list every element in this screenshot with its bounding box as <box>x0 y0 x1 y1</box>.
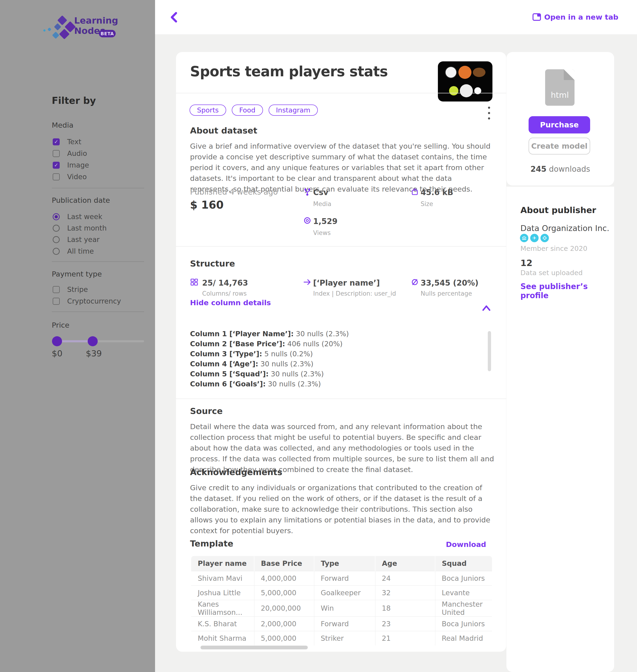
index-value: [‘Player name’] <box>313 278 380 287</box>
radio-last-year[interactable] <box>53 236 60 243</box>
checkbox-cryptocurrency[interactable]: ✓ <box>53 298 60 305</box>
bank-badge-icon <box>520 234 528 242</box>
template-table: Player name Base Price Type Age Squad Sh… <box>191 556 492 646</box>
media-option-audio[interactable]: ✓ Audio <box>53 149 87 158</box>
price-slider-active-range <box>57 340 93 342</box>
purchase-button[interactable]: Purchase <box>529 116 590 134</box>
views-eye-icon <box>303 216 311 225</box>
new-tab-icon <box>532 13 541 21</box>
checkbox-audio[interactable]: ✓ <box>53 150 60 157</box>
col-header-player-name: Player name <box>191 556 254 571</box>
source-heading: Source <box>190 406 223 416</box>
tag-instagram[interactable]: Instagram <box>269 105 318 116</box>
checkbox-video[interactable]: ✓ <box>53 173 60 180</box>
col-header-squad: Squad <box>435 556 492 571</box>
column-details-scrollbar[interactable] <box>488 331 491 371</box>
column-details-list: Column 1 [‘Player Name’]: 30 nulls (2.3%… <box>190 329 349 389</box>
publication-option-last-month[interactable]: Last month <box>53 224 107 232</box>
about-dataset-heading: About dataset <box>190 126 257 135</box>
index-arrow-icon <box>303 278 311 286</box>
download-link[interactable]: Download <box>446 540 486 549</box>
back-button[interactable] <box>169 12 180 23</box>
price-slider-handle-min[interactable] <box>52 336 62 346</box>
source-text: Detail where the data was sourced from, … <box>190 421 494 475</box>
publication-option-all-time[interactable]: All time <box>53 247 94 255</box>
column-detail-row: Column 2 [‘Base Price’]: 406 nulls (20%) <box>190 339 349 349</box>
table-row: Shivam Mavi4,000,000Forward24Boca Junior… <box>191 571 492 585</box>
publisher-name: Data Organization Inc. <box>521 224 609 233</box>
price-max-value: $39 <box>86 349 102 358</box>
column-detail-row: Column 1 [‘Player Name’]: 30 nulls (2.3%… <box>190 329 349 339</box>
media-option-text[interactable]: ✓ Text <box>53 138 81 146</box>
plane-badge-icon: ✈ <box>530 234 539 242</box>
file-type-label: html <box>545 90 575 100</box>
media-type-value: Csv <box>313 188 328 197</box>
file-type-icon: html <box>545 69 575 106</box>
publisher-panel: About publisher Data Organization Inc. ✈… <box>506 187 614 672</box>
nulls-value: 33,545 (20%) <box>421 278 478 287</box>
media-group-label: Media <box>52 121 73 129</box>
table-row: Kanes Williamson...20,000,000Win18Manche… <box>191 600 492 617</box>
dataset-title: Sports team players stats <box>190 63 388 79</box>
top-bar: Open in a new tab <box>155 0 637 34</box>
column-detail-row: Column 6 [‘Goals’]: 30 nulls (2.3%) <box>190 379 349 389</box>
acknowledgements-heading: Acknowledgements <box>190 467 283 477</box>
create-model-button[interactable]: Create model <box>529 138 590 155</box>
dataset-detail-card: Sports team players stats Sports Food In… <box>176 52 506 652</box>
publisher-badges: ✈ <box>520 234 549 242</box>
media-type-label: Media <box>313 200 331 208</box>
radio-all-time[interactable] <box>53 248 60 255</box>
section-divider <box>176 246 506 247</box>
payment-option-stripe[interactable]: ✓ Stripe <box>53 285 88 294</box>
hide-column-details-link[interactable]: Hide column details <box>190 298 271 307</box>
published-date: Published 4 weeks ago <box>190 188 278 196</box>
dataset-cover-image <box>438 61 492 102</box>
price-group-label: Price <box>52 321 70 329</box>
tag-food[interactable]: Food <box>232 105 263 116</box>
column-detail-row: Column 3 [‘Type’]: 5 nulls (0.2%) <box>190 349 349 359</box>
filter-sidebar: Learning Nodes BETA Filter by Media ✓ Te… <box>0 0 155 672</box>
table-header-row: Player name Base Price Type Age Squad <box>191 556 492 571</box>
views-value: 1,529 <box>313 217 338 226</box>
media-option-image[interactable]: ✓ Image <box>53 161 89 169</box>
publication-group-label: Publication date <box>52 196 110 205</box>
tag-list: Sports Food Instagram <box>189 105 318 116</box>
downloads-count: 245 downloads <box>506 164 614 174</box>
datasets-uploaded-count: 12 <box>521 258 532 268</box>
table-horizontal-scrollbar[interactable] <box>201 646 308 649</box>
sidebar-divider <box>52 261 144 262</box>
checkbox-image[interactable]: ✓ <box>53 162 60 169</box>
publisher-profile-link[interactable]: See publisher’s profile <box>521 282 614 300</box>
acknowledgements-text: Give credit to any individuals or organi… <box>190 482 494 536</box>
app-logo-icon <box>44 16 75 41</box>
payment-option-cryptocurrency[interactable]: ✓ Cryptocurrency <box>53 297 121 305</box>
size-bag-icon <box>411 188 419 196</box>
section-divider <box>176 399 506 399</box>
columns-grid-icon <box>190 278 198 286</box>
columns-rows-value: 25/ 14,763 <box>202 278 248 287</box>
col-header-age: Age <box>375 556 435 571</box>
publication-option-last-year[interactable]: Last year <box>53 235 99 244</box>
media-option-video[interactable]: ✓ Video <box>53 173 87 181</box>
col-header-type: Type <box>314 556 375 571</box>
tag-sports[interactable]: Sports <box>189 105 226 116</box>
checkbox-stripe[interactable]: ✓ <box>53 286 60 293</box>
publication-option-last-week[interactable]: Last week <box>53 213 102 221</box>
radio-last-month[interactable] <box>53 225 60 232</box>
index-label: Index | Description: user_id <box>313 290 396 297</box>
section-divider <box>176 93 506 93</box>
nulls-label: Nulls percentage <box>421 290 472 297</box>
checkbox-text[interactable]: ✓ <box>53 138 60 145</box>
beta-badge: BETA <box>99 30 116 37</box>
radio-last-week[interactable] <box>53 213 60 220</box>
price-slider-handle-max[interactable] <box>88 336 98 346</box>
more-options-button[interactable] <box>484 107 494 125</box>
purchase-panel: html Purchase Create model 245 downloads <box>506 52 614 185</box>
about-dataset-text: Give a brief and informative overview of… <box>190 141 494 194</box>
col-header-base-price: Base Price <box>254 556 314 571</box>
sidebar-divider <box>52 312 144 312</box>
open-in-new-tab-link[interactable]: Open in a new tab <box>532 13 618 21</box>
table-row: Joshua Little5,000,000Goalkeeper32Levant… <box>191 585 492 600</box>
collapse-chevron-icon[interactable] <box>482 304 491 312</box>
filter-title: Filter by <box>52 95 96 106</box>
